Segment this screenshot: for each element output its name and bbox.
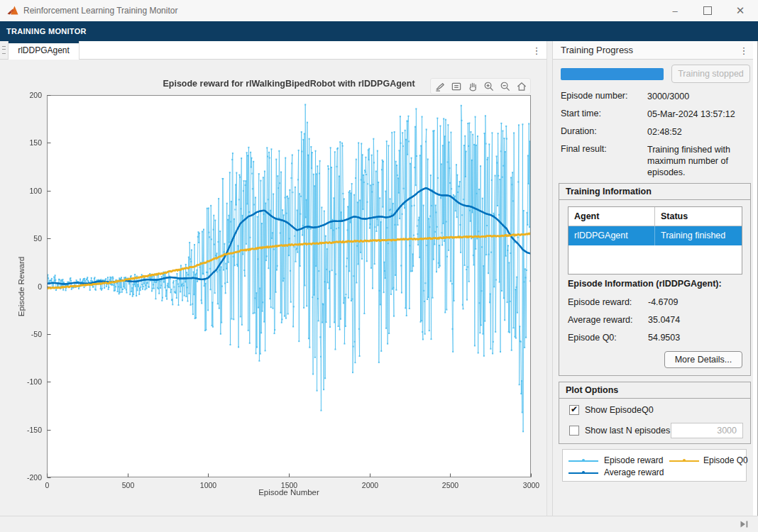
collapse-panel-right-icon[interactable] (738, 519, 749, 530)
training-progress-header: Training Progress ⋮ (553, 41, 753, 60)
x-axis-label: Episode Number (47, 488, 531, 497)
document-tab-bar: rlDDPGAgent ⋮ (0, 41, 546, 60)
agent-status-table: Agent Status rlDDPGAgent Training finish… (568, 206, 742, 275)
more-details-button[interactable]: More Details... (664, 351, 742, 368)
axes-toolbar (430, 78, 531, 94)
pan-icon[interactable] (466, 79, 479, 93)
grip-lines-icon (2, 46, 6, 54)
tab-training-monitor[interactable]: TRAINING MONITOR (0, 21, 758, 41)
episode-information-title: Episode Information (rlDDPGAgent): (568, 279, 722, 289)
zoom-out-icon[interactable] (498, 79, 512, 93)
agent-column-header: Agent (568, 207, 655, 226)
show-last-n-row: ✔ Show last N episodes (569, 426, 670, 436)
average-reward-legend-marker (582, 471, 585, 474)
agent-cell: rlDDPGAgent (568, 226, 655, 245)
episode-number-label: Episode number: (561, 91, 628, 101)
final-result-value: Training finished with maximum number of… (647, 144, 747, 178)
start-time-value: 05-Mar-2024 13:57:12 (647, 109, 747, 120)
duration-value: 02:48:52 (647, 126, 747, 138)
average-reward-legend-label: Average reward (604, 467, 664, 477)
average-reward-value: 35.0474 (648, 315, 680, 325)
chart-legend: Episode reward Episode Q0 Average reward (562, 449, 747, 482)
show-episodeq0-label: Show EpisodeQ0 (585, 405, 654, 415)
show-last-n-checkbox[interactable]: ✔ (569, 426, 579, 436)
restore-view-icon[interactable] (515, 79, 528, 93)
chart-panel-menu-icon[interactable]: ⋮ (530, 43, 543, 58)
training-progress-bar (561, 68, 664, 80)
start-time-label: Start time: (561, 109, 601, 118)
episode-number-value: 3000/3000 (647, 91, 747, 102)
average-reward-label: Average reward: (568, 315, 633, 325)
show-episodeq0-checkbox[interactable]: ✔ (569, 405, 579, 415)
episode-reward-legend-label: Episode reward (604, 455, 663, 465)
status-bar (0, 516, 758, 532)
status-cell: Training finished (655, 226, 742, 245)
plot-options-title: Plot Options (559, 382, 750, 399)
episode-reward-value: -4.6709 (648, 297, 678, 307)
panel-splitter[interactable] (546, 41, 553, 516)
n-episodes-input[interactable] (671, 423, 743, 438)
duration-label: Duration: (561, 126, 597, 136)
reward-figure-panel: Episode reward for rlWalkingBipedRobot w… (0, 60, 546, 516)
check-icon: ✔ (571, 405, 578, 414)
training-stopped-button[interactable]: Training stopped (671, 65, 750, 83)
show-last-n-label: Show last N episodes (585, 426, 670, 436)
close-icon[interactable]: ✕ (724, 0, 757, 21)
matlab-logo-icon (7, 5, 18, 16)
minimize-icon[interactable]: – (659, 0, 691, 21)
data-tips-icon[interactable] (449, 79, 463, 93)
tab-bar-grip[interactable] (0, 41, 9, 59)
panel-title: Training Progress (553, 41, 753, 59)
export-icon[interactable] (433, 79, 446, 93)
episode-q0-label: Episode Q0: (568, 333, 617, 343)
progress-fill (561, 68, 664, 80)
status-column-header: Status (655, 207, 742, 226)
training-information-group: Training Information Agent Status rlDDPG… (559, 183, 751, 376)
training-progress-menu-icon[interactable]: ⋮ (737, 43, 750, 58)
zoom-in-icon[interactable] (482, 79, 495, 93)
plot-options-group: Plot Options ✔ Show EpisodeQ0 ✔ Show las… (559, 382, 751, 444)
y-axis-label: Episode Reward (17, 257, 26, 316)
show-episodeq0-row: ✔ Show EpisodeQ0 (569, 405, 654, 415)
window-title-bar: Reinforcement Learning Training Monitor … (0, 0, 758, 22)
reward-chart-canvas[interactable] (0, 60, 546, 516)
final-result-label: Final result: (561, 144, 607, 154)
episode-q0-value: 54.9503 (648, 333, 680, 343)
episode-q0-legend-marker (683, 459, 686, 462)
episode-reward-label: Episode reward: (568, 297, 632, 307)
toolstrip-ribbon: TRAINING MONITOR (0, 21, 758, 41)
training-progress-panel: Training Progress ⋮ Training stopped Epi… (553, 41, 753, 516)
tab-rlddpgagent[interactable]: rlDDPGAgent (9, 41, 79, 60)
episode-q0-legend-label: Episode Q0 (703, 455, 748, 465)
table-row[interactable]: rlDDPGAgent Training finished (568, 226, 742, 245)
table-header-row: Agent Status (568, 207, 742, 226)
training-information-title: Training Information (559, 184, 750, 200)
episode-reward-legend-marker (582, 459, 585, 462)
maximize-icon[interactable] (691, 0, 724, 21)
active-tab-stripe (9, 41, 79, 43)
window-title: Reinforcement Learning Training Monitor (23, 0, 177, 21)
